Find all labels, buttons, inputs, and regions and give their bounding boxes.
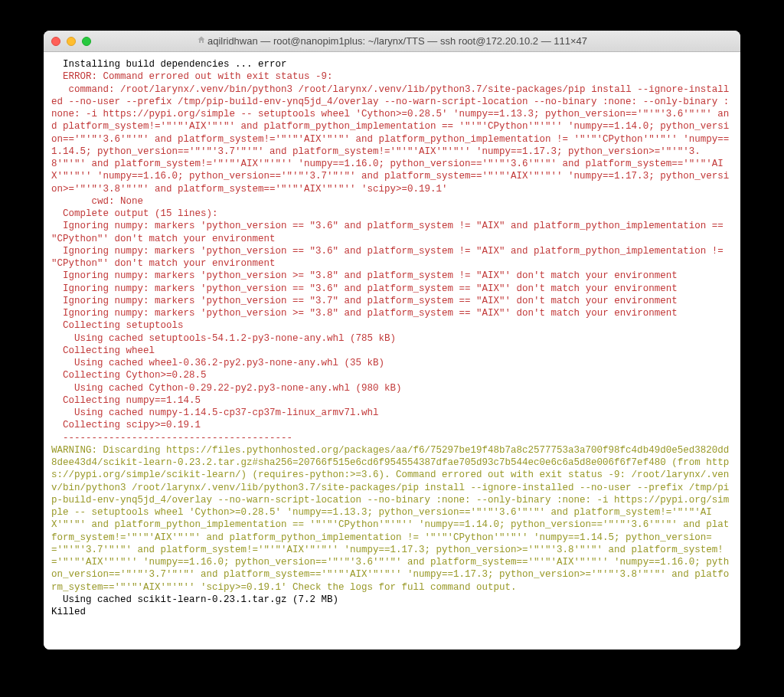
- terminal-line: Ignoring numpy: markers 'python_version …: [51, 307, 733, 319]
- terminal-line: Ignoring numpy: markers 'python_version …: [51, 295, 733, 307]
- traffic-lights: [51, 37, 91, 46]
- terminal-line: Collecting numpy==1.14.5: [51, 394, 733, 407]
- terminal-line: Installing build dependencies ... error: [51, 58, 733, 70]
- terminal-window: aqilridhwan — root@nanopim1plus: ~/laryn…: [44, 31, 740, 650]
- terminal-line: command: /root/larynx/.venv/bin/python3 …: [51, 83, 733, 195]
- terminal-line: Ignoring numpy: markers 'python_version …: [51, 283, 733, 295]
- terminal-line: Using cached Cython-0.29.22-py2.py3-none…: [51, 382, 733, 394]
- terminal-line: WARNING: Discarding https://files.python…: [51, 444, 733, 594]
- terminal-line: Collecting wheel: [51, 345, 733, 357]
- terminal-line: Using cached wheel-0.36.2-py2.py3-none-a…: [51, 357, 733, 369]
- terminal-line: ERROR: Command errored out with exit sta…: [51, 70, 733, 83]
- terminal-line: ----------------------------------------: [51, 432, 733, 444]
- terminal-line: Complete output (15 lines):: [51, 208, 733, 220]
- minimize-icon[interactable]: [67, 37, 76, 46]
- terminal-line: Killed: [51, 606, 733, 618]
- terminal-line: cwd: None: [51, 195, 733, 208]
- terminal-line: Ignoring numpy: markers 'python_version …: [51, 270, 733, 282]
- home-icon: [197, 35, 206, 47]
- terminal-line: Using cached scikit-learn-0.23.1.tar.gz …: [51, 594, 733, 606]
- window-title: aqilridhwan — root@nanopim1plus: ~/laryn…: [44, 35, 740, 47]
- close-icon[interactable]: [51, 37, 60, 46]
- titlebar[interactable]: aqilridhwan — root@nanopim1plus: ~/laryn…: [44, 31, 740, 52]
- terminal-output[interactable]: Installing build dependencies ... error …: [44, 52, 740, 650]
- terminal-line: Collecting Cython>=0.28.5: [51, 369, 733, 381]
- title-text: aqilridhwan — root@nanopim1plus: ~/laryn…: [207, 35, 587, 47]
- terminal-line: Using cached numpy-1.14.5-cp37-cp37m-lin…: [51, 407, 733, 419]
- terminal-line: Ignoring numpy: markers 'python_version …: [51, 245, 733, 270]
- terminal-line: Collecting scipy>=0.19.1: [51, 419, 733, 431]
- terminal-line: Using cached setuptools-54.1.2-py3-none-…: [51, 332, 733, 345]
- terminal-line: Collecting setuptools: [51, 319, 733, 332]
- terminal-line: Ignoring numpy: markers 'python_version …: [51, 220, 733, 245]
- maximize-icon[interactable]: [82, 37, 91, 46]
